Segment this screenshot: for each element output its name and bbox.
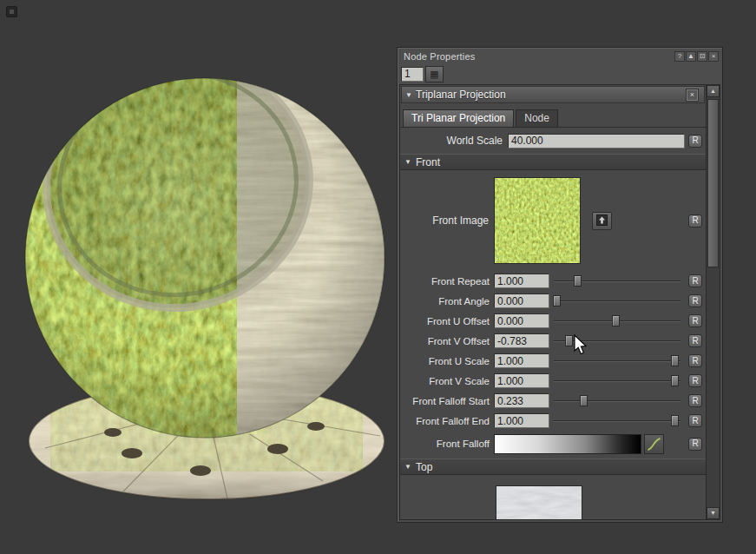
param-slider[interactable] (554, 351, 680, 371)
panel-title: Node Properties (404, 51, 674, 62)
node-close-icon[interactable]: × (687, 89, 698, 101)
slider-handle[interactable] (612, 315, 620, 326)
panel-titlebar[interactable]: Node Properties ? ▲ ⊡ × (398, 48, 722, 63)
section-header-front[interactable]: ▼ Front (400, 154, 706, 170)
param-value-field[interactable] (494, 313, 549, 328)
reset-button[interactable]: R (688, 334, 702, 347)
world-scale-label: World Scale (400, 135, 508, 147)
chevron-down-icon: ▼ (404, 158, 416, 166)
scroll-down-icon[interactable]: ▼ (707, 507, 720, 519)
slider-handle[interactable] (671, 355, 679, 366)
reset-button[interactable]: R (688, 438, 702, 451)
form-menu-icon[interactable]: ▦ (425, 66, 444, 82)
param-slider[interactable] (554, 311, 680, 331)
reset-button[interactable]: R (688, 354, 702, 367)
app-icon (6, 6, 17, 17)
param-row-front-falloff-start: Front Falloff Start R (400, 391, 706, 411)
slider-track[interactable] (554, 400, 680, 402)
param-row-front-repeat: Front Repeat R (400, 271, 706, 291)
slider-handle[interactable] (671, 415, 679, 426)
param-value-field[interactable] (494, 353, 549, 368)
param-label: Front V Scale (400, 376, 494, 386)
front-image-thumbnail[interactable] (494, 177, 581, 264)
slider-handle[interactable] (580, 395, 588, 406)
section-header-top[interactable]: ▼ Top (400, 458, 706, 475)
param-row-front-angle: Front Angle R (400, 291, 706, 311)
param-row-front-u-scale: Front U Scale R (400, 351, 706, 371)
section-title: Top (416, 461, 432, 473)
reset-button[interactable]: R (688, 374, 702, 387)
front-falloff-label: Front Falloff (400, 439, 494, 449)
tab-triplanar-projection[interactable]: Tri Planar Projection (403, 109, 514, 127)
param-value-field[interactable] (494, 293, 549, 308)
reset-button[interactable]: R (688, 314, 702, 327)
reset-button[interactable]: R (688, 394, 702, 407)
param-label: Front Falloff End (400, 416, 494, 426)
slider-handle[interactable] (671, 375, 679, 386)
scrollbar-track[interactable] (707, 97, 720, 507)
param-value-field[interactable] (494, 413, 549, 428)
shade-icon[interactable]: ▲ (686, 51, 696, 62)
tab-node[interactable]: Node (516, 109, 558, 127)
param-slider[interactable] (554, 291, 680, 311)
close-icon[interactable]: × (708, 51, 719, 62)
falloff-curve-button[interactable] (644, 434, 664, 454)
param-value-field[interactable] (494, 274, 549, 288)
preview-viewport[interactable] (0, 0, 399, 554)
param-slider[interactable] (554, 271, 680, 291)
falloff-curve-icon (647, 437, 661, 452)
scrollbar-thumb[interactable] (707, 99, 719, 267)
scroll-up-icon[interactable]: ▲ (707, 85, 720, 97)
param-label: Front Repeat (400, 276, 494, 287)
slider-handle[interactable] (553, 295, 561, 307)
panel-content: ▼ Triplanar Projection × Tri Planar Proj… (400, 85, 706, 519)
param-value-field[interactable] (494, 393, 549, 408)
slider-track[interactable] (554, 300, 680, 302)
param-row-front-u-offset: Front U Offset R (400, 311, 706, 331)
reset-button[interactable]: R (688, 274, 702, 287)
node-properties-panel: Node Properties ? ▲ ⊡ × ▦ ▼ Triplanar Pr… (397, 47, 723, 523)
reset-button[interactable]: R (688, 135, 702, 148)
load-image-icon (596, 214, 608, 226)
param-label: Front Angle (400, 296, 494, 307)
slider-track[interactable] (554, 360, 680, 362)
panel-main: ▼ Triplanar Projection × Tri Planar Proj… (399, 84, 720, 520)
top-image-thumbnail[interactable] (496, 485, 582, 519)
world-scale-row: World Scale R (400, 129, 706, 152)
param-slider[interactable] (554, 371, 680, 391)
slider-handle[interactable] (565, 335, 573, 346)
slider-handle[interactable] (574, 275, 582, 287)
slider-track[interactable] (554, 340, 680, 342)
material-preview-render (0, 0, 399, 554)
world-scale-field[interactable] (508, 134, 685, 148)
reset-button[interactable]: R (688, 294, 702, 307)
section-title: Front (416, 156, 440, 168)
chevron-down-icon: ▼ (404, 463, 416, 471)
param-slider[interactable] (554, 411, 680, 431)
node-header[interactable]: ▼ Triplanar Projection × (401, 86, 705, 103)
reset-button[interactable]: R (688, 214, 702, 228)
front-image-row: Front Image R (400, 170, 706, 271)
falloff-gradient[interactable] (494, 434, 641, 454)
param-value-field[interactable] (494, 373, 549, 388)
float-window-icon[interactable]: ⊡ (697, 51, 707, 62)
panel-toolbar: ▦ (398, 63, 722, 84)
slider-track[interactable] (554, 380, 680, 382)
param-value-field[interactable] (494, 333, 549, 348)
param-slider[interactable] (554, 391, 680, 411)
param-row-front-v-offset: Front V Offset R (400, 331, 706, 351)
reset-button[interactable]: R (688, 414, 702, 427)
front-image-label: Front Image (400, 214, 494, 227)
param-slider[interactable] (554, 331, 680, 351)
chevron-down-icon[interactable]: ▼ (405, 91, 416, 99)
vertical-scrollbar[interactable]: ▲ ▼ (706, 85, 720, 519)
top-section-body (400, 475, 706, 519)
param-row-front-falloff-end: Front Falloff End R (400, 411, 706, 431)
index-field[interactable] (401, 67, 424, 82)
slider-track[interactable] (554, 420, 680, 422)
load-image-button[interactable] (592, 212, 612, 230)
param-label: Front U Scale (400, 356, 494, 366)
tab-bar: Tri Planar Projection Node (400, 109, 706, 128)
help-icon[interactable]: ? (674, 51, 685, 62)
param-label: Front U Offset (400, 316, 494, 326)
